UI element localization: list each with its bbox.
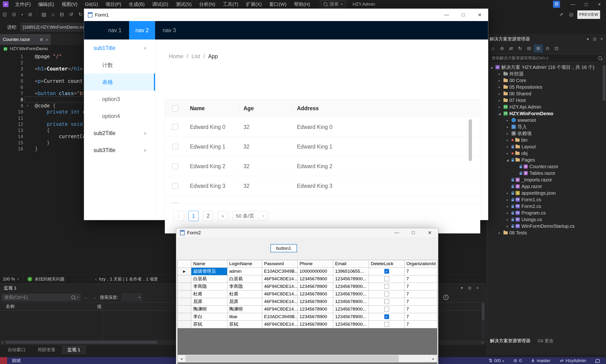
preview-selected-icon[interactable]: ⊡ xyxy=(552,45,561,52)
filter-icon[interactable]: ⊘ xyxy=(498,45,506,52)
grid-column-DeleteLock[interactable]: DeleteLock xyxy=(369,260,404,268)
checkbox-unchecked[interactable] xyxy=(384,284,389,289)
grid-column-Phone[interactable]: Phone xyxy=(298,260,333,268)
row-checkbox[interactable] xyxy=(172,124,178,130)
tab-counter-razor[interactable]: Counter.razor ⊞ × xyxy=(0,34,51,45)
grid-cell[interactable]: 46F94C8DE14... xyxy=(262,298,298,306)
vs-close-button[interactable]: × xyxy=(593,0,606,9)
tree-item-Form1.cs[interactable]: ▸C#Form1.cs xyxy=(487,196,606,203)
checkbox-unchecked[interactable] xyxy=(384,322,389,327)
vs-minimize-button[interactable]: — xyxy=(566,0,579,9)
nav-item-2-active[interactable]: nav 2 xyxy=(129,21,155,39)
pin-icon[interactable]: ⊞ xyxy=(40,37,43,42)
next-page-button[interactable]: › xyxy=(218,211,228,221)
grid-cell[interactable]: 46F94C8DE14... xyxy=(262,275,298,283)
tree-item-解决方案 'HZY.Admin' (16 个项目，共 16 个)[interactable]: ◢∞解决方案 'HZY.Admin' (16 个项目，共 16 个) xyxy=(487,64,606,70)
table-row-1[interactable]: Edward King 132Edward King 1 xyxy=(165,137,480,156)
grid-cell[interactable]: 李白 xyxy=(191,313,227,321)
checkbox-unchecked[interactable] xyxy=(384,276,389,281)
minimize-button[interactable]: — xyxy=(388,230,405,235)
grid-cell[interactable]: 7 xyxy=(404,321,437,328)
toolbar-icon[interactable]: ⊡ xyxy=(3,12,7,17)
expander-icon[interactable]: ▸ xyxy=(505,205,510,208)
explorer-search-input[interactable] xyxy=(491,56,596,61)
chevron-down-icon[interactable]: ▾ xyxy=(17,277,19,281)
tree-item-_Imports.razor[interactable]: @_Imports.razor xyxy=(487,176,606,183)
grid-cell[interactable]: 7 xyxy=(404,313,437,321)
menu-item-option3[interactable]: option3 xyxy=(84,91,155,108)
checkbox-unchecked[interactable] xyxy=(384,292,389,296)
health-message[interactable]: 未找到相关问题 xyxy=(35,276,64,282)
save-icon[interactable]: ⊟ xyxy=(60,12,64,17)
row-checkbox[interactable] xyxy=(172,183,178,189)
menu-文件(F)[interactable]: 文件(F) xyxy=(11,0,35,9)
grid-row-2[interactable]: 李商隐李商隐46F94C8DE14...12345678900123456789… xyxy=(178,283,437,290)
git-sync-status[interactable]: ⇅ 0/0 ▴ xyxy=(489,358,504,363)
scroll-thumb[interactable] xyxy=(6,341,157,344)
expander-icon[interactable]: ▸ xyxy=(497,105,502,109)
git-branch[interactable]: ⋔ master xyxy=(531,358,551,363)
close-button[interactable]: ✕ xyxy=(471,12,488,18)
search-depth-combo[interactable]: ▾ xyxy=(122,294,142,301)
menu-视图(V)[interactable]: 视图(V) xyxy=(58,0,81,9)
expander-icon[interactable]: ▸ xyxy=(497,92,502,96)
tree-item-08 Tests[interactable]: ▸08 Tests xyxy=(487,229,606,236)
menu-group-sub3[interactable]: sub3Title ∨ xyxy=(84,142,155,159)
grid-cell[interactable]: 7 xyxy=(404,283,437,290)
watch-search-input[interactable] xyxy=(4,295,69,300)
select-all-checkbox[interactable] xyxy=(172,105,178,111)
tree-item-Form2.cs[interactable]: ▸C#Form2.cs xyxy=(487,203,606,209)
grid-cell[interactable]: E10ADC3949B... xyxy=(262,313,298,321)
menu-生成(B)[interactable]: 生成(B) xyxy=(125,0,149,9)
grid-hscrollbar[interactable]: ◂ ▸ xyxy=(178,355,437,362)
menu-Git(G)[interactable]: Git(G) xyxy=(81,0,102,9)
maximize-button[interactable]: □ xyxy=(405,230,422,235)
grid-cell[interactable]: admin xyxy=(227,268,262,275)
watch-search-box[interactable]: ▾ xyxy=(2,294,81,301)
table-row-0[interactable]: Edward King 032Edward King 0 xyxy=(165,117,480,137)
table-row-2[interactable]: Edward King 232Edward King 2 xyxy=(165,156,480,176)
page-size-select[interactable]: 50 条/页 ▾ xyxy=(232,211,268,221)
close-button[interactable]: ✕ xyxy=(422,230,438,235)
grid-cell[interactable]: 7 xyxy=(404,306,437,313)
row-selector[interactable] xyxy=(178,275,191,283)
close-icon[interactable]: × xyxy=(601,37,603,41)
expander-icon[interactable]: ▸ xyxy=(497,85,502,89)
expander-icon[interactable]: ▸ xyxy=(505,224,510,228)
row-checkbox[interactable] xyxy=(172,202,178,204)
expander-icon[interactable]: ▸ xyxy=(505,145,510,149)
prev-result-icon[interactable]: ← xyxy=(84,295,89,300)
expander-icon[interactable]: ▸ xyxy=(505,152,510,155)
grid-cell[interactable]: 12345678900... xyxy=(333,275,369,283)
menu-item-count[interactable]: 计数 xyxy=(84,56,155,74)
grid-cell[interactable]: 杜甫 xyxy=(227,290,262,298)
close-icon[interactable]: × xyxy=(476,284,479,292)
form2-titlebar[interactable]: Form2 — □ ✕ xyxy=(176,228,438,237)
grid-cell[interactable]: 12345678900 xyxy=(298,298,333,306)
chevron-down-icon[interactable]: ▾ xyxy=(21,13,23,16)
table-row-3[interactable]: Edward King 332Edward King 3 xyxy=(165,176,480,196)
tree-item-Pages[interactable]: ◢Pages xyxy=(487,156,606,163)
scroll-right-icon[interactable]: ▸ xyxy=(429,355,437,362)
grid-cell[interactable]: 杜甫 xyxy=(191,290,227,298)
checkbox-unchecked[interactable] xyxy=(384,299,389,304)
chevron-down-icon[interactable]: ▾ xyxy=(587,37,589,41)
home-icon[interactable]: ⌂ xyxy=(489,45,497,52)
page-2-button[interactable]: 2 xyxy=(203,211,213,221)
watch-col-name[interactable]: 名称 xyxy=(0,303,97,310)
expander-icon[interactable]: ◢ xyxy=(489,65,494,69)
grid-column-rowselector[interactable] xyxy=(178,260,191,268)
grid-cell[interactable]: 苏轼 xyxy=(191,321,227,328)
grid-cell[interactable]: 12345678900 xyxy=(298,275,333,283)
column-address[interactable]: Address xyxy=(292,105,480,112)
grid-cell[interactable]: 7 xyxy=(404,275,437,283)
expander-icon[interactable]: ▸ xyxy=(505,191,510,195)
scroll-thumb[interactable] xyxy=(186,355,399,362)
tree-scrollbar[interactable] xyxy=(603,65,606,101)
tab-watch1[interactable]: 监视 1 xyxy=(62,346,86,354)
grid-cell-checkbox[interactable] xyxy=(369,321,404,328)
watch-vscrollbar[interactable] xyxy=(482,303,485,338)
liveshare-icon[interactable]: ◎ xyxy=(569,12,573,17)
grid-column-LoginName[interactable]: LoginName xyxy=(227,260,262,268)
row-selector[interactable] xyxy=(178,290,191,298)
